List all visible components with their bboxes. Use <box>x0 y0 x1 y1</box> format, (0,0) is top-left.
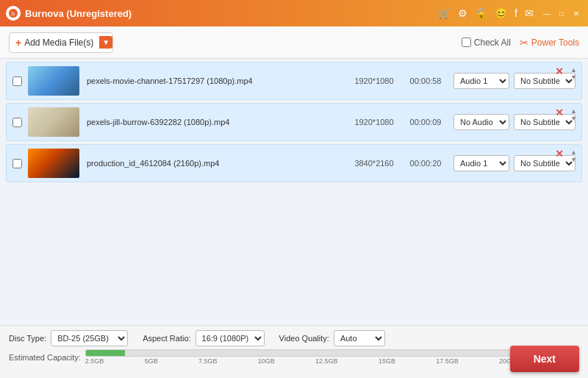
add-media-label: Add Media File(s) <box>24 38 93 48</box>
audio-dropdown-3[interactable]: Audio 1 No Audio <box>453 155 509 171</box>
dropdown-arrow-icon[interactable]: ▼ <box>99 36 112 49</box>
media-name-3: production_id_4612084 (2160p).mp4 <box>87 159 219 168</box>
row-2-arrows: ▲ ▼ <box>570 108 577 122</box>
duration-2: 00:00:09 <box>404 118 448 126</box>
subtitle-dropdown-2[interactable]: No Subtitle Subtitle 1 <box>514 114 576 130</box>
move-up-1-button[interactable]: ▲ <box>570 67 577 74</box>
move-down-2-button[interactable]: ▼ <box>570 115 577 122</box>
audio-select-1[interactable]: Audio 1 No Audio <box>453 73 509 89</box>
toolbar-right: Check All ✂ Power Tools <box>462 37 579 49</box>
maximize-button[interactable]: □ <box>556 7 567 19</box>
thumbnail-2 <box>28 107 79 137</box>
next-button[interactable]: Next <box>510 346 579 372</box>
fb-icon[interactable]: f <box>514 7 517 19</box>
gear-icon[interactable]: ⚙ <box>458 7 467 19</box>
media-name-2: pexels-jill-burrow-6392282 (1080p).mp4 <box>87 118 229 126</box>
video-quality-label: Video Quality: <box>279 334 329 343</box>
tick-7: 17.5GB <box>436 357 459 365</box>
subtitle-select-1[interactable]: No Subtitle Subtitle 1 <box>514 73 576 89</box>
mail-icon[interactable]: ✉ <box>525 7 534 19</box>
row-1-arrows: ▲ ▼ <box>570 67 577 81</box>
disc-type-select[interactable]: BD-25 (25GB) BD-50 (50GB) DVD-5 (4.7GB) <box>51 330 128 346</box>
subtitle-select-2[interactable]: No Subtitle Subtitle 1 <box>514 114 576 130</box>
thumbnail-1 <box>28 66 79 96</box>
add-media-button[interactable]: + Add Media File(s) ▼ <box>9 32 113 53</box>
media-name-1: pexels-movie-channet-17517297 (1080p).mp… <box>87 76 253 85</box>
audio-dropdown-2[interactable]: No Audio Audio 1 <box>453 114 509 130</box>
disc-type-field: Disc Type: BD-25 (25GB) BD-50 (50GB) DVD… <box>9 330 128 346</box>
check-all-checkbox[interactable] <box>462 38 471 47</box>
capacity-row: Estimated Capacity: 2.5GB 5GB 7.5GB 10GB… <box>9 349 579 365</box>
minimize-button[interactable]: — <box>541 7 553 19</box>
subtitle-dropdown-1[interactable]: No Subtitle Subtitle 1 <box>514 73 576 89</box>
audio-select-2[interactable]: No Audio Audio 1 <box>453 114 509 130</box>
move-up-2-button[interactable]: ▲ <box>570 108 577 115</box>
video-quality-select[interactable]: Auto High Medium <box>334 330 385 346</box>
table-row: production_id_4612084 (2160p).mp4 3840*2… <box>6 144 582 182</box>
subtitle-select-3[interactable]: No Subtitle Subtitle 1 <box>514 155 576 171</box>
audio-select-3[interactable]: Audio 1 No Audio <box>453 155 509 171</box>
media-info-1: pexels-movie-channet-17517297 (1080p).mp… <box>87 76 345 86</box>
row-3-checkbox[interactable] <box>12 159 22 168</box>
capacity-bar-area: 2.5GB 5GB 7.5GB 10GB 12.5GB 15GB 17.5GB … <box>85 349 579 365</box>
power-tools-label: Power Tools <box>531 38 579 48</box>
face-icon[interactable]: 😊 <box>495 7 507 19</box>
bottom-panel: Disc Type: BD-25 (25GB) BD-50 (50GB) DVD… <box>0 325 588 378</box>
remove-row-3-button[interactable]: ✕ <box>555 148 564 160</box>
move-down-3-button[interactable]: ▼ <box>570 157 577 163</box>
capacity-ticks: 2.5GB 5GB 7.5GB 10GB 12.5GB 15GB 17.5GB … <box>85 357 579 365</box>
lock-icon[interactable]: 🔒 <box>475 7 487 19</box>
power-tools-button[interactable]: ✂ Power Tools <box>520 37 579 49</box>
toolbar-icons: 🛒 ⚙ 🔒 😊 f ✉ <box>438 7 534 19</box>
remove-row-1-button[interactable]: ✕ <box>555 65 564 77</box>
title-bar: b Burnova (Unregistered) 🛒 ⚙ 🔒 😊 f ✉ — □… <box>0 0 588 26</box>
bottom-controls: Disc Type: BD-25 (25GB) BD-50 (50GB) DVD… <box>9 330 579 346</box>
video-quality-field: Video Quality: Auto High Medium <box>279 330 385 346</box>
row-2-checkbox[interactable] <box>12 118 22 127</box>
resolution-3: 3840*2160 <box>345 159 404 168</box>
disc-type-label: Disc Type: <box>9 334 46 343</box>
empty-drop-area <box>6 185 582 288</box>
tick-4: 10GB <box>258 357 275 365</box>
media-info-2: pexels-jill-burrow-6392282 (1080p).mp4 <box>87 117 345 127</box>
row-3-arrows: ▲ ▼ <box>570 149 577 163</box>
tick-6: 15GB <box>379 357 395 365</box>
main-toolbar: + Add Media File(s) ▼ Check All ✂ Power … <box>0 26 588 59</box>
subtitle-dropdown-3[interactable]: No Subtitle Subtitle 1 <box>514 155 576 171</box>
cart-icon[interactable]: 🛒 <box>438 7 451 19</box>
tick-1: 2.5GB <box>85 357 104 365</box>
capacity-label: Estimated Capacity: <box>9 353 81 362</box>
remove-row-2-button[interactable]: ✕ <box>555 107 564 118</box>
app-title: Burnova (Unregistered) <box>25 8 438 19</box>
tick-3: 7.5GB <box>198 357 218 365</box>
media-list: pexels-movie-channet-17517297 (1080p).mp… <box>0 59 588 325</box>
aspect-ratio-field: Aspect Ratio: 16:9 (1080P) 4:3 <box>143 330 264 346</box>
move-up-3-button[interactable]: ▲ <box>570 149 577 156</box>
next-button-container: Next <box>510 346 579 372</box>
duration-3: 00:00:20 <box>404 159 448 168</box>
capacity-bar <box>85 349 579 357</box>
media-info-3: production_id_4612084 (2160p).mp4 <box>87 158 345 168</box>
audio-dropdown-1[interactable]: Audio 1 No Audio <box>453 73 509 89</box>
aspect-ratio-select[interactable]: 16:9 (1080P) 4:3 <box>196 330 265 346</box>
tick-2: 5GB <box>145 357 158 365</box>
app-logo: b <box>6 6 21 21</box>
tick-5: 12.5GB <box>315 357 338 365</box>
duration-1: 00:00:58 <box>404 76 448 85</box>
resolution-1: 1920*1080 <box>345 76 404 85</box>
row-1-checkbox[interactable] <box>12 76 22 86</box>
check-all-control[interactable]: Check All <box>462 38 511 48</box>
capacity-fill <box>86 350 126 356</box>
svg-text:b: b <box>12 10 15 17</box>
thumbnail-3 <box>28 149 79 178</box>
resolution-2: 1920*1080 <box>345 118 404 126</box>
aspect-ratio-label: Aspect Ratio: <box>143 334 190 343</box>
window-controls: — □ ✕ <box>541 7 582 19</box>
move-down-1-button[interactable]: ▼ <box>570 74 577 81</box>
table-row: pexels-jill-burrow-6392282 (1080p).mp4 1… <box>6 103 582 141</box>
power-tools-icon: ✂ <box>520 37 528 49</box>
close-button[interactable]: ✕ <box>570 7 582 19</box>
plus-icon: + <box>15 37 21 49</box>
check-all-label: Check All <box>474 38 511 48</box>
table-row: pexels-movie-channet-17517297 (1080p).mp… <box>6 62 582 100</box>
